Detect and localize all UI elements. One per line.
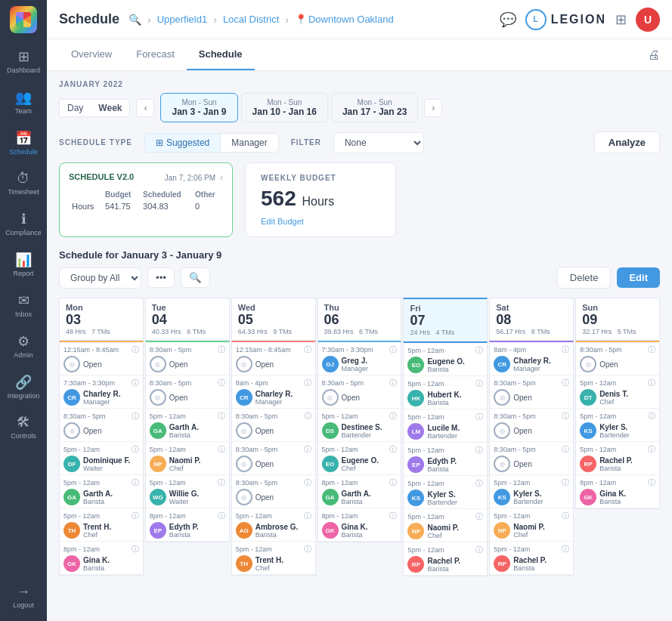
info-icon[interactable]: ⓘ (304, 544, 311, 555)
info-icon[interactable]: ⓘ (304, 511, 311, 521)
more-options-button[interactable]: ••• (147, 267, 175, 288)
group-by-select[interactable]: Group by All (59, 267, 141, 289)
sidebar-item-logout[interactable]: → Logout (0, 578, 47, 615)
info-icon[interactable]: ⓘ (648, 411, 655, 422)
open-shift: ◎ Open (63, 422, 139, 439)
info-icon[interactable]: ⓘ (218, 444, 225, 455)
tab-schedule[interactable]: Schedule (187, 39, 255, 70)
tab-forecast[interactable]: Forecast (124, 39, 187, 70)
info-icon[interactable]: ⓘ (648, 477, 655, 488)
search-icon[interactable]: 🔍 (129, 14, 141, 26)
sidebar-item-report[interactable]: 📊 Report (0, 246, 47, 283)
info-icon[interactable]: ⓘ (132, 511, 139, 521)
info-icon[interactable]: ⓘ (562, 544, 569, 555)
edit-button[interactable]: Edit (617, 267, 660, 288)
info-icon[interactable]: ⓘ (475, 511, 483, 522)
search-button[interactable]: 🔍 (181, 267, 210, 288)
date-card-2[interactable]: Mon - Sun Jan 17 - Jan 23 (331, 93, 418, 122)
day-header-sun: Sun 09 32.17 Hrs 5 TMs (575, 298, 660, 341)
sidebar-item-team[interactable]: 👥 Team (0, 83, 47, 121)
sidebar-item-inbox[interactable]: ✉ Inbox (0, 286, 47, 324)
info-icon[interactable]: ⓘ (218, 511, 225, 521)
avatar: LM (407, 423, 424, 440)
info-icon[interactable]: ⓘ (389, 444, 397, 455)
info-icon[interactable]: ⓘ (475, 412, 483, 422)
app-logo[interactable] (10, 6, 37, 33)
info-icon[interactable]: ⓘ (218, 477, 225, 488)
breadcrumb-location[interactable]: 📍 Downtown Oakland (295, 14, 394, 25)
edit-budget-link[interactable]: Edit Budget (261, 217, 380, 226)
sidebar-item-controls[interactable]: 🛠 Controls (0, 409, 47, 446)
print-icon[interactable]: 🖨 (648, 48, 660, 61)
tab-overview[interactable]: Overview (59, 39, 124, 70)
info-icon[interactable]: ⓘ (218, 344, 225, 355)
info-icon[interactable]: ⓘ (304, 444, 311, 455)
open-shift: ◎ Open (236, 456, 311, 472)
day-header-tue: Tue 04 40.33 Hrs 6 TMs (145, 298, 230, 341)
sidebar-item-dashboard[interactable]: ⊞ Dashboard (0, 42, 47, 80)
sidebar-item-schedule[interactable]: 📅 Schedule (0, 124, 47, 162)
info-icon[interactable]: ⓘ (475, 545, 483, 555)
shift-entry: 5pm - 12amⓘ KS Kyler S.Bartender (490, 475, 573, 508)
info-icon[interactable]: ⓘ (304, 344, 311, 355)
info-icon[interactable]: ⓘ (389, 378, 397, 388)
info-icon[interactable]: ⓘ (304, 378, 311, 388)
info-icon[interactable]: ⓘ (218, 411, 225, 422)
shift-entry: 7:30am - 3:30pmⓘ GJ Greg J.Manager (318, 342, 401, 375)
info-icon[interactable]: ⓘ (218, 378, 225, 388)
info-icon[interactable]: ⓘ (562, 411, 569, 422)
chat-icon[interactable]: 💬 (500, 11, 516, 28)
info-icon[interactable]: ⓘ (132, 444, 139, 455)
compliance-icon: ℹ (21, 211, 26, 227)
info-icon[interactable]: ⓘ (389, 411, 397, 422)
date-card-0[interactable]: Mon - Sun Jan 3 - Jan 9 (160, 93, 237, 122)
info-icon[interactable]: ⓘ (475, 445, 483, 456)
sidebar-item-admin[interactable]: ⚙ Admin (0, 327, 47, 365)
day-column-tue: Tue 04 40.33 Hrs 6 TMs 8:30am - 5pmⓘ ◎ O… (145, 298, 230, 576)
info-icon[interactable]: ⓘ (304, 477, 311, 488)
info-icon[interactable]: ⓘ (475, 478, 483, 489)
manager-btn[interactable]: Manager (221, 134, 277, 152)
info-icon[interactable]: ⓘ (475, 378, 483, 389)
open-circle: ◎ (150, 389, 166, 406)
info-icon[interactable]: ⓘ (475, 345, 483, 356)
user-avatar[interactable]: U (636, 8, 660, 32)
info-icon[interactable]: ⓘ (648, 378, 655, 388)
day-toggle-btn[interactable]: Day (60, 100, 91, 116)
info-icon[interactable]: ⓘ (132, 411, 139, 422)
info-icon[interactable]: ⓘ (132, 378, 139, 388)
content-area: JANUARY 2022 Day Week ‹ Mon - Sun Jan 3 … (47, 71, 672, 621)
info-icon[interactable]: ⓘ (132, 344, 139, 355)
info-icon[interactable]: ⓘ (132, 544, 139, 555)
info-icon[interactable]: ⓘ (562, 477, 569, 488)
filter-select[interactable]: None (333, 132, 424, 153)
grid-icon[interactable]: ⊞ (615, 11, 627, 28)
info-icon[interactable]: ⓘ (562, 344, 569, 355)
info-icon[interactable]: ⓘ (562, 444, 569, 455)
shift-entry: 5pm - 12amⓘ DS Destinee S.Bartender (318, 409, 401, 442)
suggested-btn[interactable]: ⊞ Suggested (145, 134, 221, 152)
delete-button[interactable]: Delete (557, 267, 612, 289)
info-icon[interactable]: ⓘ (648, 344, 655, 355)
sidebar-item-integration[interactable]: 🔗 Integration (0, 368, 47, 406)
analyze-button[interactable]: Analyze (594, 131, 660, 153)
next-week-btn[interactable]: › (424, 99, 442, 117)
info-icon[interactable]: ⓘ (389, 511, 397, 521)
sidebar-item-compliance[interactable]: ℹ Compliance (0, 205, 47, 243)
date-card-1[interactable]: Mon - Sun Jan 10 - Jan 16 (241, 93, 328, 122)
info-icon[interactable]: ⓘ (648, 444, 655, 455)
breadcrumb-upperfield[interactable]: Upperfield1 (157, 14, 208, 25)
breadcrumb-district[interactable]: Local District (223, 14, 279, 25)
week-toggle-btn[interactable]: Week (91, 100, 129, 116)
schedule-card-header: SCHEDULE V2.0 Jan 7, 2:06 PM ‹ (69, 172, 223, 183)
info-icon[interactable]: ⓘ (562, 511, 569, 521)
info-icon[interactable]: ⓘ (304, 411, 311, 422)
sidebar-item-timesheet[interactable]: ⏱ Timesheet (0, 165, 47, 202)
prev-week-btn[interactable]: ‹ (136, 99, 154, 117)
team-icon: 👥 (15, 89, 32, 106)
info-icon[interactable]: ⓘ (389, 344, 397, 355)
info-icon[interactable]: ⓘ (562, 378, 569, 388)
info-icon[interactable]: ⓘ (389, 477, 397, 488)
schedule-nav-icon[interactable]: ‹ (220, 172, 223, 183)
info-icon[interactable]: ⓘ (132, 477, 139, 488)
